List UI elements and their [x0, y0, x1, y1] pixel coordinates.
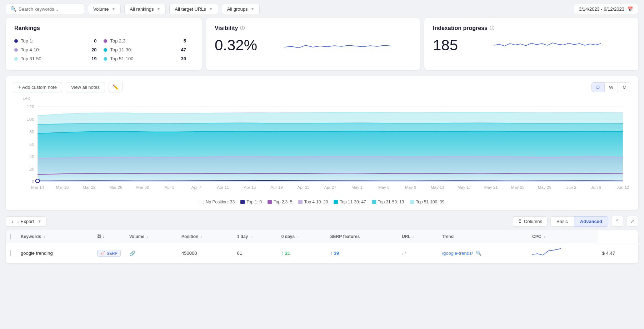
th-1day[interactable]: 1 day ↕ — [233, 230, 277, 243]
visibility-value: 0.32% — [215, 37, 257, 54]
ranking-item-top51-100: Top 51-100: 39 — [104, 54, 193, 63]
visibility-title: Visibility ⓘ — [215, 25, 411, 31]
calendar-icon: 📅 — [627, 6, 633, 12]
svg-text:Apr 3: Apr 3 — [165, 186, 175, 189]
ranking-item-top4-10: Top 4-10: 20 — [14, 45, 104, 54]
legend-top1: Top 1: 0 — [240, 199, 262, 204]
row-checkbox[interactable] — [10, 250, 11, 256]
urls-dropdown[interactable]: All target URLs ▼ — [169, 4, 218, 14]
0days-value: ↑ 39 — [330, 250, 339, 256]
th-position[interactable]: Position ↕ — [177, 230, 233, 243]
legend-top23: Top 2,3: 5 — [268, 199, 293, 204]
bottom-toolbar: ↓ ↓ Export ▼ ⠿ Columns Basic Advanced ⌃ … — [6, 216, 638, 227]
top-toolbar: 🔍 Volume ▼ All rankings ▼ All target URL… — [0, 0, 644, 18]
svg-point-38 — [35, 179, 40, 183]
table-controls: ⠿ Columns Basic Advanced ⌃ ⤢ — [513, 216, 638, 227]
svg-text:May 17: May 17 — [458, 186, 471, 189]
info-icon[interactable]: ⓘ — [240, 25, 245, 31]
basic-advanced-tabs: Basic Advanced — [550, 216, 608, 227]
cards-row: Rankings Top 1: 0 Top 4-10: 20 — [6, 18, 638, 70]
th-0days[interactable]: 0 days ↕ — [277, 230, 326, 243]
export-icon: ↓ — [11, 219, 14, 224]
indexation-inner: 185 — [433, 36, 630, 54]
volume-dropdown[interactable]: Volume ▼ — [88, 4, 121, 14]
chart-legend: No Position: 33 Top 1: 0 Top 2,3: 5 Top … — [13, 199, 631, 204]
exchange-icon: ⇌ — [402, 250, 406, 256]
th-link: ⛓ ↕ — [93, 230, 125, 243]
link-icon[interactable]: 🔗 — [129, 250, 135, 256]
link-icon-cell: 🔗 — [125, 243, 177, 263]
period-week-button[interactable]: W — [604, 82, 618, 92]
th-keywords[interactable]: Keywords ↕ — [16, 230, 93, 243]
period-month-button[interactable]: M — [618, 82, 631, 92]
svg-text:80: 80 — [29, 130, 35, 134]
legend-top51-100: Top 51-100: 39 — [410, 199, 444, 204]
period-buttons: D W M — [591, 82, 631, 92]
dot-top4-10 — [14, 48, 18, 52]
legend-color-top31-50 — [372, 200, 376, 204]
main-chart-svg: 0 20 40 60 80 100 120 140 — [13, 96, 631, 196]
link-column-icon: ⛓ ↕ — [97, 234, 105, 239]
1day-cell: ↑ 21 — [277, 243, 326, 263]
indexation-value: 185 — [433, 37, 458, 54]
legend-color-top1 — [240, 200, 245, 204]
bottom-section: ↓ ↓ Export ▼ ⠿ Columns Basic Advanced ⌃ … — [6, 216, 638, 263]
select-all-checkbox[interactable] — [10, 234, 11, 239]
legend-no-position: No Position: 33 — [200, 199, 235, 204]
add-custom-note-button[interactable]: + Add custom note — [13, 82, 62, 92]
export-button[interactable]: ↓ ↓ Export ▼ — [6, 216, 47, 227]
svg-text:120: 120 — [27, 105, 35, 109]
url-link[interactable]: /google-trends/ — [442, 250, 473, 256]
indexation-title: Indexation progress ⓘ — [433, 25, 630, 31]
svg-text:Mar 14: Mar 14 — [31, 186, 44, 189]
columns-button[interactable]: ⠿ Columns — [513, 216, 548, 227]
svg-text:60: 60 — [29, 142, 35, 147]
advanced-tab-button[interactable]: Advanced — [574, 216, 608, 227]
search-url-icon[interactable]: 🔍 — [476, 250, 481, 256]
legend-top11-30: Top 11-30: 47 — [334, 199, 366, 204]
svg-text:Jun 6: Jun 6 — [591, 186, 601, 189]
main-content: Rankings Top 1: 0 Top 4-10: 20 — [0, 18, 644, 269]
expand-button[interactable]: ⤢ — [626, 216, 638, 227]
legend-checkbox-no-position[interactable] — [200, 200, 204, 204]
search-box[interactable]: 🔍 — [6, 4, 84, 14]
rankings-card: Rankings Top 1: 0 Top 4-10: 20 — [6, 18, 202, 70]
chart-icon: 📈 — [100, 251, 105, 255]
th-checkbox — [6, 230, 16, 243]
svg-text:Apr 15: Apr 15 — [244, 186, 256, 189]
dot-top2-3 — [104, 39, 107, 43]
groups-dropdown[interactable]: All groups ▼ — [222, 4, 260, 14]
rankings-title: Rankings — [14, 25, 193, 31]
th-volume[interactable]: Volume ↕ — [125, 230, 177, 243]
svg-text:May 21: May 21 — [484, 186, 498, 189]
th-serp: SERP features — [326, 230, 398, 243]
date-range-picker[interactable]: 3/14/2023 - 6/12/2023 📅 — [574, 4, 638, 14]
legend-top4-10: Top 4-10: 20 — [298, 199, 328, 204]
svg-text:Apr 19: Apr 19 — [271, 186, 283, 189]
svg-text:140: 140 — [23, 96, 30, 101]
serp-badge[interactable]: 📈 SERP — [97, 250, 121, 257]
chevron-down-icon: ▼ — [250, 7, 254, 11]
basic-tab-button[interactable]: Basic — [550, 216, 574, 227]
edit-icon-button[interactable]: ✏️ — [109, 82, 123, 92]
collapse-button[interactable]: ⌃ — [611, 216, 623, 227]
svg-text:Apr 11: Apr 11 — [217, 186, 229, 189]
svg-text:May 9: May 9 — [405, 186, 416, 189]
dot-top11-30 — [104, 48, 107, 52]
trend-sparkline — [532, 247, 561, 258]
svg-text:100: 100 — [27, 117, 35, 122]
view-all-notes-button[interactable]: View all notes — [66, 82, 105, 92]
rankings-dropdown[interactable]: All rankings ▼ — [124, 4, 166, 14]
period-day-button[interactable]: D — [591, 82, 604, 92]
chevron-down-icon: ▼ — [209, 7, 213, 11]
columns-icon: ⠿ — [518, 219, 522, 224]
visibility-inner: 0.32% — [215, 36, 411, 54]
info-icon[interactable]: ⓘ — [490, 25, 494, 31]
th-cpc[interactable]: CPC ↕ — [528, 230, 598, 243]
search-input[interactable] — [19, 6, 80, 12]
chart-area: 0 20 40 60 80 100 120 140 — [13, 96, 631, 196]
trend-cell — [528, 243, 598, 263]
svg-text:40: 40 — [29, 155, 35, 159]
legend-color-top51-100 — [410, 200, 414, 204]
th-url[interactable]: URL ↕ — [398, 230, 438, 243]
